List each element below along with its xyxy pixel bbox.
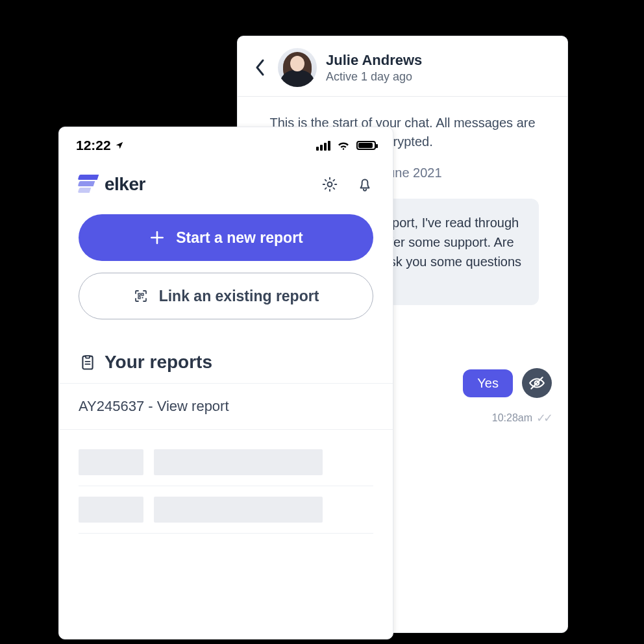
notifications-bell-icon[interactable] — [356, 176, 373, 193]
statusbar-time: 12:22 — [76, 138, 111, 153]
back-icon[interactable] — [252, 59, 269, 76]
skeleton-cell — [154, 497, 323, 523]
svg-rect-4 — [142, 293, 143, 295]
reports-app-window: 12:22 elker — [58, 127, 393, 639]
brand-mark-icon — [79, 175, 98, 194]
phone-statusbar: 12:22 — [59, 127, 393, 160]
chat-reply-row: Yes — [463, 368, 552, 398]
report-item-label: AY245637 - View report — [79, 398, 229, 414]
link-existing-report-button[interactable]: Link an existing report — [79, 273, 373, 319]
chat-timestamp: 10:28am ✓✓ — [492, 411, 551, 425]
your-reports-title: Your reports — [105, 352, 212, 373]
avatar[interactable] — [278, 48, 317, 87]
app-header: elker — [59, 160, 393, 201]
your-reports-header: Your reports — [59, 319, 393, 383]
skeleton-cell — [154, 449, 323, 475]
skeleton-row — [79, 486, 373, 534]
svg-rect-6 — [142, 297, 143, 299]
svg-rect-3 — [138, 293, 140, 295]
svg-point-2 — [328, 182, 332, 187]
primary-actions: Start a new report Link an existing repo… — [59, 201, 393, 319]
reply-yes-button[interactable]: Yes — [463, 369, 513, 397]
skeleton-cell — [79, 449, 143, 475]
chat-name: Julie Andrews — [326, 52, 422, 69]
qr-scan-icon — [133, 288, 149, 304]
chat-header: Julie Andrews Active 1 day ago — [238, 36, 567, 97]
link-existing-report-label: Link an existing report — [159, 288, 319, 305]
chat-identity: Julie Andrews Active 1 day ago — [326, 52, 422, 84]
read-receipt-icon: ✓✓ — [536, 411, 551, 425]
report-skeleton-list — [59, 430, 393, 543]
skeleton-cell — [79, 497, 143, 523]
svg-rect-5 — [138, 297, 140, 299]
report-list-item[interactable]: AY245637 - View report — [59, 383, 393, 430]
brand-logo[interactable]: elker — [79, 174, 145, 195]
skeleton-row — [79, 439, 373, 486]
brand-name: elker — [105, 174, 145, 195]
plus-icon — [149, 229, 166, 246]
clipboard-icon — [79, 353, 97, 371]
start-new-report-button[interactable]: Start a new report — [79, 214, 373, 261]
chat-time-text: 10:28am — [492, 412, 532, 424]
start-new-report-label: Start a new report — [176, 229, 303, 247]
wifi-icon — [337, 140, 350, 151]
anonymity-toggle-icon[interactable] — [522, 368, 552, 398]
settings-gear-icon[interactable] — [321, 176, 338, 193]
battery-icon — [356, 141, 376, 150]
cell-signal-icon — [316, 141, 330, 151]
location-arrow-icon — [115, 141, 124, 150]
chat-active-status: Active 1 day ago — [326, 70, 422, 84]
